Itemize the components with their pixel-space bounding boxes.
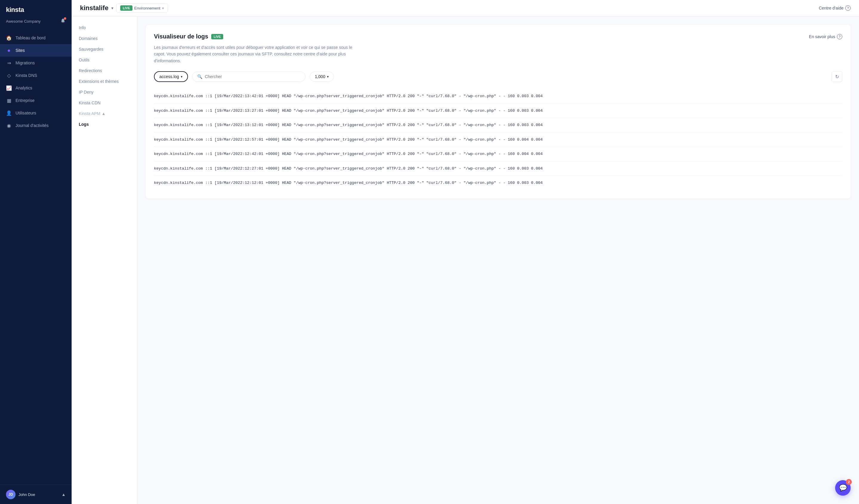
home-icon: 🏠 xyxy=(6,35,12,41)
subnav-item-info[interactable]: Info xyxy=(72,22,137,33)
filters-row: access.log ▾ 🔍 1,000 ▾ ↻ xyxy=(154,71,842,82)
subnav-item-outils[interactable]: Outils xyxy=(72,54,137,65)
chat-widget[interactable]: 💬 2 xyxy=(835,480,850,495)
search-input[interactable] xyxy=(205,74,300,79)
chat-icon: 💬 xyxy=(839,484,847,492)
subnav-item-domaines[interactable]: Domaines xyxy=(72,33,137,44)
sidebar-item-migrations[interactable]: ⇒ Migrations xyxy=(0,57,72,69)
log-type-chevron-icon: ▾ xyxy=(181,75,183,79)
footer-user-name: John Doe xyxy=(18,492,59,497)
panel-live-badge: LIVE xyxy=(211,34,223,40)
panel-title: Visualiseur de logs xyxy=(154,33,208,40)
panel-card: Visualiseur de logs LIVE En savoir plus … xyxy=(146,25,850,199)
subnav-item-kinsta-apm[interactable]: Kinsta APM ▲ xyxy=(72,108,137,119)
analytics-icon: 📈 xyxy=(6,85,12,91)
refresh-icon: ↻ xyxy=(835,74,839,80)
sidebar-footer: JD John Doe ▲ xyxy=(0,485,72,504)
site-name: kinstalife xyxy=(80,4,108,12)
content-area: Info Domaines Sauvegardes Outils Redirec… xyxy=(72,16,859,504)
subnav-item-redirections[interactable]: Redirections xyxy=(72,65,137,76)
sidebar-item-utilisateurs[interactable]: 👤 Utilisateurs xyxy=(0,107,72,119)
help-button[interactable]: Centre d'aide ? xyxy=(819,5,850,11)
sidebar-item-analytics[interactable]: 📈 Analytics xyxy=(0,82,72,94)
sidebar: kinsta Awesome Company 🏠 Tableau de bord… xyxy=(0,0,72,504)
subnav-item-logs[interactable]: Logs xyxy=(72,119,137,130)
info-icon: ? xyxy=(837,34,842,40)
panel-description: Les journaux d'erreurs et d'accès sont u… xyxy=(154,44,363,64)
panel-header: Visualiseur de logs LIVE En savoir plus … xyxy=(154,33,842,40)
env-chevron-icon: ▾ xyxy=(162,6,164,11)
log-entry: keycdn.kinstalife.com ::1 [19/Mar/2022:1… xyxy=(154,118,842,132)
sidebar-logo-area: kinsta xyxy=(0,0,72,17)
refresh-button[interactable]: ↻ xyxy=(831,71,842,82)
help-label: Centre d'aide xyxy=(819,6,843,11)
subnav-item-ip-deny[interactable]: IP Deny xyxy=(72,87,137,97)
topbar: kinstalife ▾ LIVE Environnement ▾ Centre… xyxy=(72,0,859,16)
company-name: Awesome Company xyxy=(6,19,41,23)
main-panel: Visualiseur de logs LIVE En savoir plus … xyxy=(137,16,859,504)
users-icon: 👤 xyxy=(6,110,12,116)
sidebar-company-row: Awesome Company xyxy=(0,17,72,29)
sidebar-item-label: Tableau de bord xyxy=(16,35,45,40)
count-chevron-icon: ▾ xyxy=(327,75,329,79)
log-type-value: access.log xyxy=(159,74,179,79)
count-dropdown[interactable]: 1,000 ▾ xyxy=(310,72,334,82)
live-badge-topbar: LIVE xyxy=(120,5,132,11)
sidebar-item-label: Migrations xyxy=(16,61,35,65)
journal-icon: ◉ xyxy=(6,123,12,128)
main-area: kinstalife ▾ LIVE Environnement ▾ Centre… xyxy=(72,0,859,504)
en-savoir-plus-button[interactable]: En savoir plus ? xyxy=(809,34,842,40)
sidebar-item-label: Sites xyxy=(16,48,25,53)
logo-text: kinsta xyxy=(6,6,24,14)
sidebar-item-entreprise[interactable]: ▦ Entreprise xyxy=(0,94,72,107)
log-entry: keycdn.kinstalife.com ::1 [19/Mar/2022:1… xyxy=(154,176,842,190)
subnav-item-kinsta-cdn[interactable]: Kinsta CDN xyxy=(72,97,137,108)
sidebar-item-journal[interactable]: ◉ Journal d'activités xyxy=(0,119,72,132)
log-entry: keycdn.kinstalife.com ::1 [19/Mar/2022:1… xyxy=(154,104,842,118)
site-name-chevron[interactable]: ▾ xyxy=(111,6,114,11)
avatar: JD xyxy=(6,490,16,499)
panel-title-row: Visualiseur de logs LIVE xyxy=(154,33,223,40)
log-entry: keycdn.kinstalife.com ::1 [19/Mar/2022:1… xyxy=(154,132,842,147)
sidebar-item-label: Analytics xyxy=(16,85,32,90)
topbar-left: kinstalife ▾ LIVE Environnement ▾ xyxy=(80,4,168,13)
count-value: 1,000 xyxy=(315,74,325,79)
dns-icon: ◇ xyxy=(6,73,12,78)
env-dropdown[interactable]: LIVE Environnement ▾ xyxy=(116,4,168,13)
sidebar-item-label: Journal d'activités xyxy=(16,123,49,128)
sidebar-item-label: Kinsta DNS xyxy=(16,73,37,78)
chevron-up-icon[interactable]: ▲ xyxy=(61,492,66,497)
sidebar-item-label: Entreprise xyxy=(16,98,35,103)
search-box: 🔍 xyxy=(192,72,305,82)
log-entry: keycdn.kinstalife.com ::1 [19/Mar/2022:1… xyxy=(154,147,842,161)
env-label: Environnement xyxy=(134,6,160,11)
search-icon: 🔍 xyxy=(197,74,202,79)
chat-badge: 2 xyxy=(846,479,852,485)
migrations-icon: ⇒ xyxy=(6,60,12,66)
notification-dot xyxy=(64,17,66,20)
entreprise-icon: ▦ xyxy=(6,97,12,104)
log-type-dropdown[interactable]: access.log ▾ xyxy=(154,71,188,82)
help-icon: ? xyxy=(845,5,850,11)
log-entry: keycdn.kinstalife.com ::1 [19/Mar/2022:1… xyxy=(154,89,842,104)
log-entry: keycdn.kinstalife.com ::1 [19/Mar/2022:1… xyxy=(154,161,842,176)
avatar-initials: JD xyxy=(9,492,13,497)
sidebar-item-label: Utilisateurs xyxy=(16,111,36,115)
sidebar-item-kinsta-dns[interactable]: ◇ Kinsta DNS xyxy=(0,69,72,82)
subnav-item-extensions[interactable]: Extensions et thèmes xyxy=(72,76,137,87)
sidebar-nav: 🏠 Tableau de bord ● Sites ⇒ Migrations ◇… xyxy=(0,29,72,485)
sub-nav: Info Domaines Sauvegardes Outils Redirec… xyxy=(72,16,137,504)
subnav-item-sauvegardes[interactable]: Sauvegardes xyxy=(72,44,137,54)
log-entries: keycdn.kinstalife.com ::1 [19/Mar/2022:1… xyxy=(154,89,842,190)
sites-icon: ● xyxy=(6,47,12,53)
sidebar-item-tableau[interactable]: 🏠 Tableau de bord xyxy=(0,32,72,44)
sidebar-item-sites[interactable]: ● Sites xyxy=(0,44,72,57)
notification-bell[interactable] xyxy=(60,18,66,25)
